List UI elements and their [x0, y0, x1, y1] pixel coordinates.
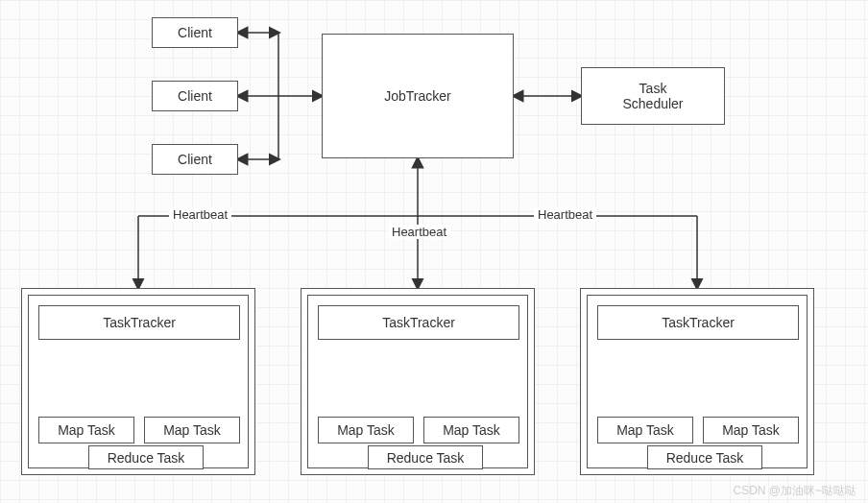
- reducetask-label-1: Reduce Task: [108, 450, 185, 466]
- heartbeat-label-1: Heartbeat: [169, 207, 231, 222]
- reducetask-box-1: Reduce Task: [88, 445, 204, 469]
- scheduler-box: Task Scheduler: [581, 67, 725, 125]
- node-container-3: TaskTracker Map Task Map Task Reduce Tas…: [580, 288, 814, 475]
- client-box-2: Client: [152, 81, 238, 111]
- maptask-box-3a: Map Task: [597, 417, 693, 443]
- maptask-label-3a: Map Task: [616, 422, 674, 438]
- client-label-2: Client: [178, 88, 212, 104]
- jobtracker-box: JobTracker: [322, 34, 514, 158]
- node-container-2: TaskTracker Map Task Map Task Reduce Tas…: [301, 288, 535, 475]
- client-label-1: Client: [178, 25, 212, 40]
- client-label-3: Client: [178, 152, 212, 167]
- maptask-label-3b: Map Task: [722, 422, 780, 438]
- heartbeat-label-2: Heartbeat: [388, 225, 450, 239]
- reducetask-label-3: Reduce Task: [666, 450, 744, 466]
- tasktracker-label-3: TaskTracker: [662, 315, 735, 330]
- maptask-label-2b: Map Task: [443, 422, 500, 438]
- client-box-3: Client: [152, 144, 238, 175]
- reducetask-box-2: Reduce Task: [368, 445, 483, 469]
- node-container-1: TaskTracker Map Task Map Task Reduce Tas…: [21, 288, 255, 475]
- tasktracker-label-2: TaskTracker: [382, 315, 455, 330]
- maptask-box-3b: Map Task: [703, 417, 799, 443]
- watermark: CSDN @加油咪~哒哒哒: [733, 483, 856, 499]
- node-inner-1: TaskTracker Map Task Map Task Reduce Tas…: [28, 295, 249, 468]
- tasktracker-box-2: TaskTracker: [318, 305, 519, 340]
- reducetask-box-3: Reduce Task: [647, 445, 762, 469]
- maptask-label-1b: Map Task: [163, 422, 221, 438]
- reducetask-label-2: Reduce Task: [387, 450, 465, 466]
- node-inner-2: TaskTracker Map Task Map Task Reduce Tas…: [307, 295, 528, 468]
- maptask-box-1a: Map Task: [38, 417, 134, 443]
- maptask-label-2a: Map Task: [337, 422, 395, 438]
- maptask-box-2a: Map Task: [318, 417, 414, 443]
- maptask-label-1a: Map Task: [58, 422, 115, 438]
- client-box-1: Client: [152, 17, 238, 48]
- maptask-box-2b: Map Task: [423, 417, 519, 443]
- jobtracker-label: JobTracker: [384, 88, 451, 104]
- tasktracker-box-3: TaskTracker: [597, 305, 799, 340]
- node-inner-3: TaskTracker Map Task Map Task Reduce Tas…: [587, 295, 808, 468]
- tasktracker-box-1: TaskTracker: [38, 305, 240, 340]
- tasktracker-label-1: TaskTracker: [103, 315, 176, 330]
- heartbeat-label-3: Heartbeat: [534, 207, 596, 222]
- maptask-box-1b: Map Task: [144, 417, 240, 443]
- scheduler-label: Task Scheduler: [622, 81, 683, 111]
